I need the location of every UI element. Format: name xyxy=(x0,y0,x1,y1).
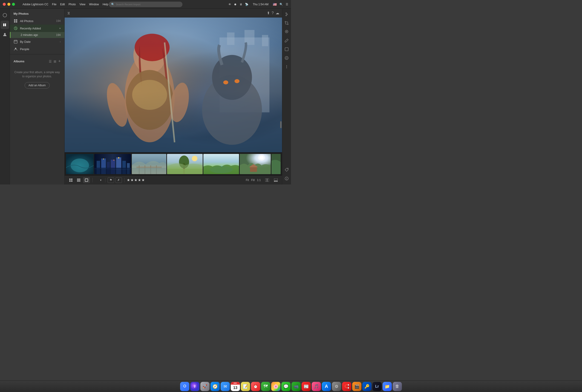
svg-point-91 xyxy=(286,68,287,68)
single-photo-button[interactable] xyxy=(83,177,90,183)
filmstrip-item-7[interactable] xyxy=(272,154,281,174)
search-menubar-icon[interactable]: 🔍 xyxy=(280,3,283,6)
sidebar-item-people[interactable]: People xyxy=(10,45,64,53)
recently-added-sub-item[interactable]: 2 minutes ago 194 xyxy=(10,32,64,38)
svg-point-85 xyxy=(286,15,287,16)
svg-point-10 xyxy=(15,48,16,49)
tag-icon[interactable] xyxy=(283,166,290,174)
menu-bar: Adobe Lightroom CC File Edit Photo View … xyxy=(19,2,110,6)
menu-edit[interactable]: Edit xyxy=(58,2,66,6)
fullscreen-button[interactable] xyxy=(12,3,15,6)
svg-rect-86 xyxy=(285,48,288,51)
help-icon[interactable]: ? xyxy=(272,11,274,15)
filmstrip-item-5[interactable] xyxy=(203,154,239,174)
compare-button[interactable] xyxy=(264,177,270,183)
titlebar: Adobe Lightroom CC File Edit Photo View … xyxy=(0,0,291,9)
filmstrip-item-2[interactable] xyxy=(94,154,131,174)
main-photo[interactable] xyxy=(65,18,282,152)
svg-rect-72 xyxy=(79,180,80,180)
star-1[interactable]: ★ xyxy=(127,178,130,182)
svg-rect-77 xyxy=(265,178,267,182)
menu-lightroom[interactable]: Adobe Lightroom CC xyxy=(21,2,50,6)
star-2[interactable]: ★ xyxy=(130,178,134,182)
presets-icon[interactable] xyxy=(283,46,290,53)
library-icon[interactable] xyxy=(1,21,9,29)
filter-icon[interactable]: ⧖ xyxy=(68,11,70,15)
sidebar-item-recently-added[interactable]: Recently Added ▾ xyxy=(10,24,64,32)
airplay-icon[interactable]: 📡 xyxy=(245,3,248,6)
star-rating[interactable]: ★ ★ ★ ★ ★ xyxy=(127,178,145,182)
titlebar-search-bar[interactable]: 🔍 xyxy=(109,2,182,7)
recently-added-chevron: ▾ xyxy=(59,27,61,30)
menu-file[interactable]: File xyxy=(50,2,58,6)
filmstrip-toggle[interactable] xyxy=(272,177,279,183)
add-icon[interactable] xyxy=(1,11,9,19)
sidebar-item-all-photos[interactable]: All Photos 194 xyxy=(10,17,64,24)
albums-list-view-icon[interactable]: ☰ xyxy=(49,60,52,63)
reject-button[interactable]: ✗ xyxy=(116,177,122,183)
albums-grid-view-icon[interactable]: ⊞ xyxy=(54,60,56,63)
filmstrip[interactable] xyxy=(65,152,282,175)
svg-rect-78 xyxy=(267,178,269,182)
albums-empty-state: Create your first album, a simple way to… xyxy=(10,66,64,93)
radial-filter-icon[interactable] xyxy=(283,54,290,62)
search-input[interactable] xyxy=(116,3,180,6)
close-button[interactable] xyxy=(3,3,6,6)
scrollbar-thumb[interactable] xyxy=(280,121,282,128)
share-icon[interactable]: ⬆ xyxy=(267,11,270,15)
control-center-icon[interactable]: ☰ xyxy=(286,3,288,6)
svg-point-42 xyxy=(118,157,120,158)
recently-added-time: 2 minutes ago xyxy=(21,33,54,36)
svg-rect-63 xyxy=(69,178,70,180)
app-body: My Photos All Photos 194 Recently Added … xyxy=(0,9,291,184)
sidebar-divider xyxy=(10,54,64,54)
sort-dropdown[interactable]: ▾ xyxy=(95,178,103,182)
main-content: ⧖ ⬆ ? ☁ xyxy=(65,9,282,184)
record-icon[interactable]: ⏺ xyxy=(234,3,237,6)
sidebar-item-by-date[interactable]: By Date ‹ xyxy=(10,38,64,45)
adjustments-icon[interactable] xyxy=(283,10,290,18)
svg-rect-70 xyxy=(77,180,78,180)
svg-point-89 xyxy=(286,65,287,66)
toolbar-right: Fit Fill 1:1 xyxy=(245,177,279,183)
grid-view-button[interactable] xyxy=(68,177,74,183)
screen-record-icon[interactable]: 👁 xyxy=(228,3,231,6)
star-3[interactable]: ★ xyxy=(134,178,137,182)
albums-add-icon[interactable]: + xyxy=(58,59,61,64)
star-5[interactable]: ★ xyxy=(142,178,145,182)
fit-fill-group: Fit Fill 1:1 xyxy=(245,178,262,182)
filmstrip-item-6[interactable] xyxy=(240,154,271,174)
by-date-icon xyxy=(14,40,18,44)
svg-rect-68 xyxy=(78,178,79,180)
display-icon[interactable]: 🖥 xyxy=(240,3,242,6)
square-grid-button[interactable] xyxy=(75,177,82,183)
info-icon[interactable] xyxy=(283,175,290,182)
crop-icon[interactable] xyxy=(283,19,290,27)
add-album-button[interactable]: Add an Album xyxy=(24,82,50,88)
titlebar-right-controls: 👁 ⏺ 🖥 📡 Thu 1:54 AM 🇺🇸 🔍 ☰ xyxy=(228,2,288,6)
svg-point-84 xyxy=(287,14,288,15)
menu-window[interactable]: Window xyxy=(88,2,100,6)
by-date-label: By Date xyxy=(20,40,58,44)
star-4[interactable]: ★ xyxy=(138,178,141,182)
flag-button[interactable]: ⚑ xyxy=(108,177,114,183)
fill-button[interactable]: Fill xyxy=(250,178,256,182)
svg-point-26 xyxy=(212,55,252,100)
menu-photo[interactable]: Photo xyxy=(67,2,77,6)
ratio-button[interactable]: 1:1 xyxy=(256,178,262,182)
minimize-button[interactable] xyxy=(7,3,10,6)
flag-icon: 🇺🇸 xyxy=(273,2,277,6)
menu-view[interactable]: View xyxy=(78,2,87,6)
all-photos-label: All Photos xyxy=(20,19,54,23)
filmstrip-item-1[interactable] xyxy=(66,154,94,174)
svg-rect-67 xyxy=(77,178,78,180)
healing-icon[interactable] xyxy=(283,28,290,36)
fit-button[interactable]: Fit xyxy=(245,178,250,182)
more-icon[interactable] xyxy=(283,63,290,70)
people-icon[interactable] xyxy=(1,30,9,39)
albums-controls: ☰ ⊞ + xyxy=(49,59,61,64)
filmstrip-item-4[interactable] xyxy=(167,154,203,174)
cloud-icon[interactable]: ☁ xyxy=(276,11,279,15)
filmstrip-item-3[interactable] xyxy=(132,154,166,174)
edit-icon[interactable] xyxy=(283,37,290,44)
